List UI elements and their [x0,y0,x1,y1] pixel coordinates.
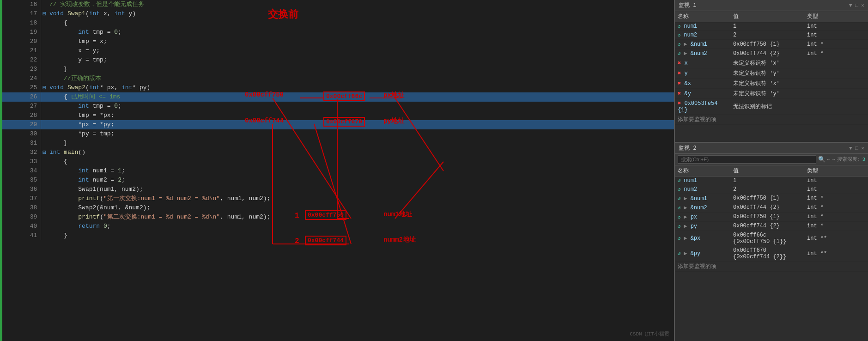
expand-icon[interactable]: ▶ [684,235,690,242]
watch-name-text: num1 [684,23,697,30]
line-marker [41,28,48,37]
line-number: 21 [2,46,41,55]
line-number: 18 [2,18,41,28]
watch-name-text: num2 [684,32,697,38]
line-number: 33 [2,157,41,166]
watch-name-text: y [684,70,687,77]
watch1-col-name: 名称 [675,11,730,22]
depth-value: 3 [862,157,865,162]
watch-value: 未定义标识符 'x' [730,79,804,89]
watch-type [804,89,868,99]
watch-type: int [804,185,868,194]
line-code: { [48,157,674,166]
watch-name-text: &num2 [691,205,707,211]
expand-icon[interactable]: ▶ [684,195,690,202]
watch-value: 未定义标识符 'y' [730,68,804,79]
line-number: 29 [2,120,41,129]
watch-name: ↺ num2 [675,185,730,194]
line-marker [41,92,48,102]
line-marker [41,55,48,65]
search-icon: 🔍 [818,156,826,163]
expand-icon[interactable]: ▶ [684,205,690,211]
watch2-col-value: 值 [730,165,804,177]
list-item: ↺ ▶ &num10x00cff750 {1}int * [675,40,868,49]
watch-name-text: px [691,214,697,220]
line-marker [41,65,48,74]
table-row: 39 printf("第二次交换:num1 = %d num2 = %d\n",… [2,213,674,222]
watch2-col-name: 名称 [675,165,730,177]
table-row: 28 tmp = *px; [2,111,674,120]
watch-name: ↺ num2 [675,31,730,40]
watch-name-text: &num1 [691,195,707,202]
line-marker [41,18,48,28]
line-marker: ⊟ [41,148,48,157]
expand-icon[interactable]: ▶ [684,41,690,48]
expand-icon[interactable]: ▶ [684,50,690,57]
line-marker [41,213,48,222]
expand-icon[interactable]: ▶ [684,223,690,230]
table-row: 20 tmp = x; [2,37,674,46]
list-item: ✖ x未定义标识符 'x' [675,58,868,68]
line-number: 34 [2,166,41,176]
watch2-search-input[interactable] [678,155,816,164]
c-icon: ↺ [678,205,684,211]
watch-value: 2 [730,185,804,194]
line-number: 17 [2,9,41,18]
watch2-scroll[interactable]: 名称 值 类型 ↺ num11int↺ num22int↺ ▶ &num10x0… [675,165,868,341]
back-icon[interactable]: ← [827,157,831,162]
fwd-icon[interactable]: → [832,157,835,162]
table-row: 38 Swap2(&num1, &num2); [2,203,674,213]
watch1-controls[interactable]: ▼ □ ✕ [849,2,864,8]
table-row: 23 } [2,65,674,74]
watch-name-text: &x [684,80,691,87]
watch-name-text: 添加要监视的项 [678,263,716,270]
line-code: int num2 = 2; [48,176,674,185]
line-marker [41,157,48,166]
watch-value: 0x00cff750 {1} [730,212,804,221]
watch2-header: 监视 2 ▼ □ ✕ [675,143,868,154]
line-code: { 已用时间 <= 1ms [48,92,674,102]
line-code: *py = tmp; [48,129,674,139]
line-code: tmp = x; [48,37,674,46]
c-icon: ↺ [678,42,684,47]
watch-name-text: &py [691,250,701,257]
watch-panel-1: 监视 1 ▼ □ ✕ 名称 值 类型 ↺ num11int↺ num22int↺… [675,0,868,143]
line-marker [41,203,48,213]
line-code: void Swap2(int* px, int* py) [48,83,674,92]
watch-type [804,79,868,89]
watch-name-text: num1 [684,177,697,184]
watch-value: 0x00cff744 {2} [730,49,804,58]
watch-name-text: &num1 [691,41,707,48]
watch-name: ↺ ▶ &py [675,246,730,261]
line-marker [41,37,48,46]
watch-name: 添加要监视的项 [675,115,730,125]
depth-label: 搜索深度: [837,156,861,163]
line-code: x = y; [48,46,674,55]
expand-icon[interactable]: ▶ [684,214,690,220]
watch-value: 未定义标识符 'x' [730,58,804,68]
watch1-scroll[interactable]: 名称 值 类型 ↺ num11int↺ num22int↺ ▶ &num10x0… [675,11,868,142]
watch-name-text: &px [691,235,701,242]
expand-icon[interactable]: ▶ [684,250,690,257]
c-icon: ↺ [678,196,684,201]
line-marker [41,111,48,120]
watch2-controls[interactable]: ▼ □ ✕ [849,145,864,151]
watch-type: int ** [804,231,868,246]
line-marker [41,231,48,240]
line-number: 37 [2,194,41,203]
watch-name: ↺ ▶ &num1 [675,40,730,49]
line-code: { [48,18,674,28]
line-number: 25 [2,83,41,92]
watch-type [804,68,868,79]
watch-name: ↺ ▶ py [675,221,730,231]
line-number: 35 [2,176,41,185]
line-code: int tmp = 0; [48,102,674,111]
watch1-col-value: 值 [730,11,804,22]
watch-name-text: num2 [684,186,697,193]
watch-type: int [804,22,868,31]
table-row: 24 //正确的版本 [2,74,674,83]
list-item: ↺ ▶ &num20x00cff744 {2}int * [675,203,868,212]
c-icon: ↺ [678,187,684,192]
line-code: //正确的版本 [48,74,674,83]
watch-type: int * [804,203,868,212]
